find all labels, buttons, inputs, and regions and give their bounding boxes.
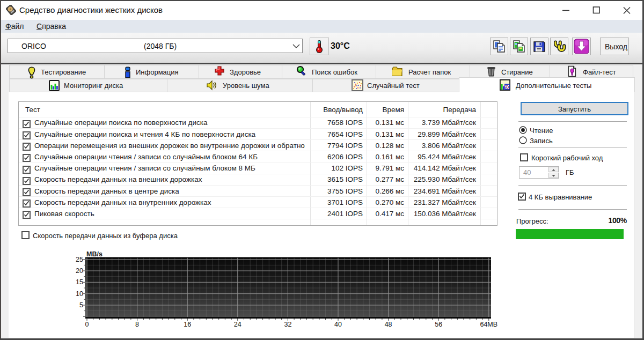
svg-text:24: 24 [234,321,241,328]
svg-text:56: 56 [435,321,442,328]
svg-text:64MB: 64MB [480,321,497,328]
svg-text:20: 20 [76,267,83,275]
svg-text:16: 16 [184,321,191,328]
svg-text:48: 48 [385,321,392,328]
svg-text:32: 32 [284,321,291,328]
svg-text:15: 15 [76,278,83,286]
svg-text:5: 5 [79,301,83,309]
svg-text:10: 10 [76,290,83,298]
svg-text:8: 8 [135,321,139,328]
svg-text:MB/s: MB/s [86,250,103,258]
svg-text:40: 40 [334,321,342,328]
svg-text:25: 25 [76,256,83,263]
svg-text:0: 0 [85,321,89,328]
